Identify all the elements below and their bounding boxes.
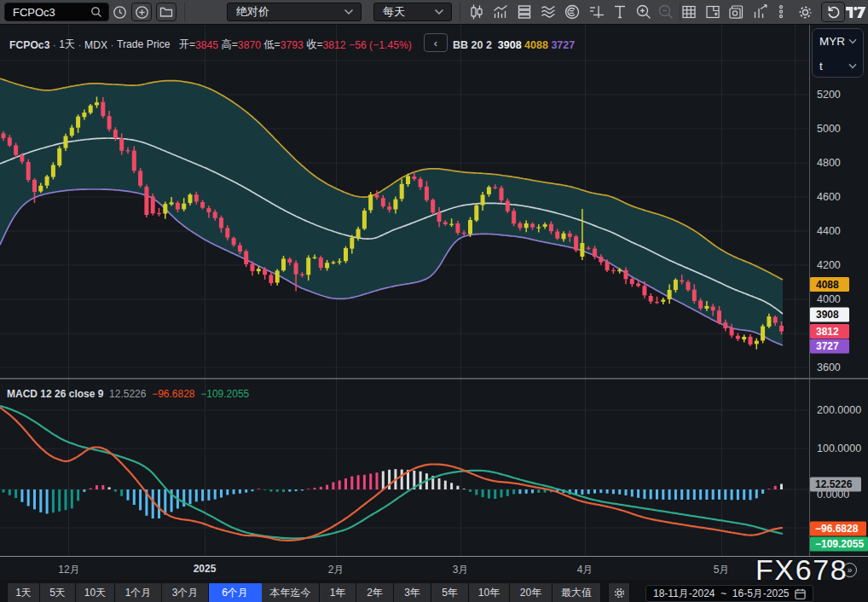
svg-text:12.5226: 12.5226: [815, 478, 853, 490]
svg-text:4000: 4000: [817, 293, 841, 305]
svg-text:3812: 3812: [816, 326, 839, 338]
svg-text:4800: 4800: [817, 157, 841, 169]
svg-text:5000: 5000: [817, 123, 841, 135]
svg-text:4400: 4400: [817, 225, 841, 237]
svg-text:4088: 4088: [816, 279, 839, 291]
svg-text:−96.6828: −96.6828: [815, 523, 859, 535]
svg-text:3600: 3600: [817, 362, 841, 373]
svg-text:3908: 3908: [816, 309, 839, 321]
svg-text:4200: 4200: [817, 259, 841, 271]
svg-text:−109.2055: −109.2055: [815, 538, 864, 550]
svg-text:4600: 4600: [817, 191, 841, 203]
svg-text:3727: 3727: [816, 340, 839, 352]
svg-text:100.0000: 100.0000: [817, 443, 861, 454]
svg-text:200.0000: 200.0000: [817, 404, 861, 416]
svg-text:5200: 5200: [817, 89, 841, 101]
